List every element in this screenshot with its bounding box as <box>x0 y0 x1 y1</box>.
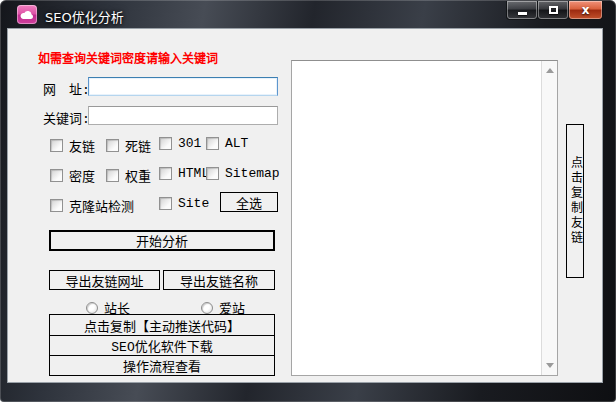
stacked-buttons: 点击复制【主动推送代码】 SEO优化软件下载 操作流程查看 <box>49 314 275 376</box>
radio-circle[interactable] <box>86 302 98 314</box>
close-icon: x <box>582 4 590 17</box>
checkbox-label: 密度 <box>69 166 95 185</box>
checkbox-weight[interactable]: 权重 <box>106 166 151 185</box>
url-input[interactable] <box>88 77 278 96</box>
checkbox-box[interactable] <box>159 167 172 180</box>
checkbox-site[interactable]: Site <box>159 196 209 211</box>
window-title: SEO优化分析 <box>45 7 124 26</box>
checkbox-density[interactable]: 密度 <box>50 166 95 185</box>
titlebar[interactable]: SEO优化分析 x <box>0 0 616 28</box>
checkbox-box[interactable] <box>159 197 172 210</box>
checkbox-box[interactable] <box>106 169 119 182</box>
checkbox-box[interactable] <box>50 199 63 212</box>
results-textarea[interactable] <box>291 60 558 376</box>
checkbox-sitemap[interactable]: Sitemap <box>206 166 280 181</box>
minimize-icon <box>518 12 527 15</box>
checkbox-label: Site <box>178 196 209 211</box>
checkbox-label: 301 <box>178 136 201 151</box>
copy-push-code-button[interactable]: 点击复制【主动推送代码】 <box>50 315 274 335</box>
results-scrollbar[interactable] <box>541 61 557 375</box>
scroll-down-icon[interactable] <box>546 363 554 368</box>
app-window: SEO优化分析 x 如需查询关键词密度请输入关键词 网 址: 关键词: 友链 死 <box>0 0 616 402</box>
checkbox-301[interactable]: 301 <box>159 136 201 151</box>
checkbox-label: 权重 <box>125 166 151 185</box>
view-operation-process-button[interactable]: 操作流程查看 <box>50 355 274 375</box>
checkbox-html[interactable]: HTML <box>159 166 209 181</box>
close-button[interactable]: x <box>568 1 603 20</box>
checkbox-label: 克隆站检测 <box>69 196 134 215</box>
url-label: 网 址: <box>43 79 90 98</box>
checkbox-label: 死链 <box>125 136 151 155</box>
radio-circle[interactable] <box>201 302 213 314</box>
checkbox-label: HTML <box>178 166 209 181</box>
checkbox-box[interactable] <box>159 137 172 150</box>
export-friend-link-urls-button[interactable]: 导出友链网址 <box>49 270 160 290</box>
checkbox-box[interactable] <box>106 139 119 152</box>
results-text <box>294 63 539 373</box>
copy-friend-links-button[interactable]: 点击复制友链 <box>566 124 584 278</box>
checkbox-box[interactable] <box>206 137 219 150</box>
keyword-input[interactable] <box>88 106 278 125</box>
keyword-label: 关键词: <box>43 108 90 127</box>
checkbox-alt[interactable]: ALT <box>206 136 248 151</box>
select-all-button[interactable]: 全选 <box>220 192 278 212</box>
checkbox-label: Sitemap <box>225 166 280 181</box>
maximize-button[interactable] <box>537 1 569 20</box>
scroll-up-icon[interactable] <box>546 68 554 73</box>
caption-buttons: x <box>507 1 603 20</box>
export-friend-link-names-button[interactable]: 导出友链名称 <box>163 270 275 290</box>
app-cloud-icon <box>17 5 37 24</box>
checkbox-label: 友链 <box>69 136 95 155</box>
minimize-button[interactable] <box>506 1 538 20</box>
checkbox-dead-links[interactable]: 死链 <box>106 136 151 155</box>
checkbox-box[interactable] <box>206 167 219 180</box>
seo-software-download-button[interactable]: SEO优化软件下载 <box>50 335 274 355</box>
maximize-icon <box>549 6 558 14</box>
start-analysis-button[interactable]: 开始分析 <box>49 230 275 251</box>
checkbox-box[interactable] <box>50 139 63 152</box>
client-area: 如需查询关键词密度请输入关键词 网 址: 关键词: 友链 死链 301 ALT … <box>7 28 603 383</box>
checkbox-clone-site-detect[interactable]: 克隆站检测 <box>50 196 134 215</box>
checkbox-box[interactable] <box>50 169 63 182</box>
keyword-density-notice: 如需查询关键词密度请输入关键词 <box>38 49 218 67</box>
checkbox-friend-links[interactable]: 友链 <box>50 136 95 155</box>
checkbox-label: ALT <box>225 136 248 151</box>
